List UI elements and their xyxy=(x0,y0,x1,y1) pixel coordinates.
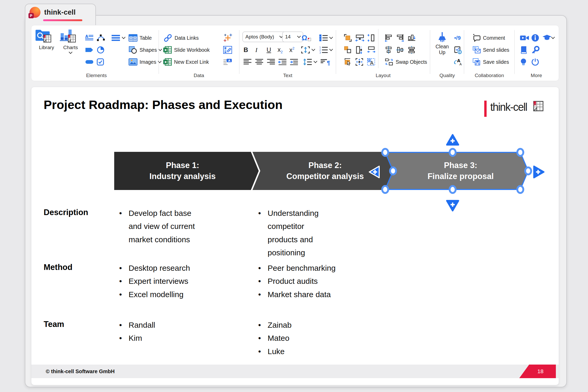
bullet-list-button[interactable] xyxy=(319,33,332,43)
video-tutorials-button[interactable] xyxy=(520,33,529,43)
charts-button[interactable]: Charts xyxy=(59,27,82,54)
training-button[interactable] xyxy=(542,33,552,43)
about-button[interactable] xyxy=(531,33,539,43)
align-middle-v-button[interactable] xyxy=(396,45,404,55)
pie-button[interactable] xyxy=(97,45,105,55)
fit-column-button[interactable] xyxy=(355,45,364,55)
table-button[interactable]: Table xyxy=(129,33,152,43)
description-phase1-list[interactable]: Develop fact base and view of current ma… xyxy=(118,207,201,246)
more-dropdown-chevron[interactable] xyxy=(552,33,554,43)
shapes-button[interactable]: Shapes xyxy=(129,45,162,55)
clean-up-button[interactable]: Clean Up xyxy=(431,32,453,55)
slide-title[interactable]: Project Roadmap: Phases and Execution xyxy=(44,97,283,112)
move-button[interactable] xyxy=(355,57,363,67)
outdent-button[interactable] xyxy=(278,57,287,67)
images-button[interactable]: Images xyxy=(129,57,161,67)
group-data: Data Links X xyxy=(161,25,237,81)
thinkcell-tab[interactable]: P think-cell xyxy=(25,4,96,25)
agenda-button[interactable] xyxy=(111,33,125,43)
distribute-button[interactable] xyxy=(408,45,416,55)
slide-canvas[interactable]: Project Roadmap: Phases and Execution th… xyxy=(31,87,559,385)
decimals-button[interactable]: •/9 xyxy=(454,33,461,43)
row-label-method[interactable]: Method xyxy=(44,263,72,272)
font-spacing-button[interactable] xyxy=(301,45,315,55)
team-phase2-list[interactable]: Zainab Mateo Luke xyxy=(257,319,351,358)
align-left-edges-button[interactable] xyxy=(385,33,393,43)
process-button[interactable] xyxy=(85,45,94,55)
subscript-button[interactable]: x2 xyxy=(278,45,283,55)
method-phase1-list[interactable]: Desktop research Expert interviews Excel… xyxy=(118,262,212,301)
charts-dropdown-chevron[interactable] xyxy=(69,50,72,54)
description-phase2-list[interactable]: Understanding competitor products and po… xyxy=(257,207,332,260)
selection-handle-mid-right[interactable] xyxy=(524,166,532,175)
license-key-button[interactable] xyxy=(531,45,540,55)
proofing-button[interactable] xyxy=(454,45,462,55)
align-center-h-button[interactable] xyxy=(385,45,393,55)
phase-1-shape[interactable]: Phase 1: Industry analysis xyxy=(114,152,259,190)
insert-left-button[interactable] xyxy=(368,165,381,179)
numbered-list-button[interactable]: 1 2 3 xyxy=(319,45,332,55)
group-label-layout: Layout xyxy=(338,73,429,78)
workbook-link-button[interactable] xyxy=(223,45,232,55)
align-right-button[interactable] xyxy=(267,57,275,67)
text-field-icon: A xyxy=(223,58,232,66)
bold-button[interactable]: B xyxy=(244,45,248,55)
font-select[interactable]: Aptos (Body) xyxy=(243,32,285,42)
select-button[interactable] xyxy=(344,57,352,67)
special-character-button[interactable]: Ω xyxy=(302,33,311,43)
superscript-button[interactable]: x2 xyxy=(289,45,295,55)
selection-handle-bottom-mid[interactable] xyxy=(449,185,457,194)
stretch-width-button[interactable] xyxy=(355,33,364,43)
deactivate-button[interactable] xyxy=(531,57,539,67)
selection-handle-top-right[interactable] xyxy=(516,148,524,157)
sparkle-button[interactable] xyxy=(223,33,233,43)
fit-height-button[interactable] xyxy=(367,33,375,43)
textbox-button[interactable]: A A xyxy=(367,57,375,67)
text-field-button[interactable]: A xyxy=(223,57,232,67)
stretch-horizontal-icon xyxy=(367,46,376,54)
new-excel-link-button[interactable]: X New Excel Link xyxy=(163,57,209,67)
method-phase2-list[interactable]: Peer benchmarking Product audits Market … xyxy=(257,262,351,301)
row-label-description[interactable]: Description xyxy=(44,208,88,217)
user-manual-button[interactable] xyxy=(520,45,528,55)
send-slides-button[interactable]: Send slides xyxy=(472,45,509,55)
paragraph-button[interactable]: ¶ xyxy=(321,57,330,67)
swap-objects-button[interactable]: Swap Objects xyxy=(385,57,427,67)
stretch-horizontal-button[interactable] xyxy=(367,45,376,55)
font-size-select[interactable]: 14 xyxy=(282,32,303,42)
italic-button[interactable]: I xyxy=(255,45,257,55)
save-slides-button[interactable]: Save slides xyxy=(472,57,509,67)
slide-workbook-button[interactable]: X Slide Workbook xyxy=(163,45,210,55)
insert-below-button[interactable] xyxy=(446,199,460,212)
phase-3-shape[interactable]: Phase 3: Finalize proposal xyxy=(385,151,529,191)
line-spacing-button[interactable] xyxy=(303,57,317,67)
selection-handle-bottom-right[interactable] xyxy=(516,185,524,194)
row-label-team[interactable]: Team xyxy=(44,320,64,329)
order-button[interactable] xyxy=(344,45,352,55)
align-center-button[interactable] xyxy=(255,57,263,67)
omega-icon: Ω xyxy=(302,34,307,42)
align-bottom-button[interactable] xyxy=(408,33,416,43)
selection-handle-bottom-left[interactable] xyxy=(381,185,389,194)
align-right-edges-button[interactable] xyxy=(396,33,404,43)
checkbox-button[interactable] xyxy=(97,57,104,67)
selection-handle-top-mid[interactable] xyxy=(449,148,457,157)
text-box-button[interactable]: A xyxy=(85,33,94,43)
data-links-button[interactable]: Data Links xyxy=(163,33,199,43)
selection-handle-mid-left[interactable] xyxy=(389,166,397,175)
pen-button[interactable] xyxy=(97,33,105,43)
indent-button[interactable] xyxy=(290,57,298,67)
insert-above-button[interactable] xyxy=(446,134,460,147)
library-button[interactable]: Library xyxy=(34,27,59,50)
underline-button[interactable]: U xyxy=(267,45,271,55)
comment-button[interactable]: Comment xyxy=(472,33,505,43)
pie-icon xyxy=(97,46,105,54)
selection-handle-top-left[interactable] xyxy=(381,148,389,157)
team-phase1-list[interactable]: Randall Kim xyxy=(118,319,212,345)
rounded-rectangle-button[interactable] xyxy=(85,57,94,67)
align-left-button[interactable] xyxy=(244,57,252,67)
insert-right-button[interactable] xyxy=(532,165,545,179)
translate-button[interactable]: A A xyxy=(454,57,463,67)
tips-button[interactable] xyxy=(520,57,527,67)
position-button[interactable] xyxy=(344,33,352,43)
